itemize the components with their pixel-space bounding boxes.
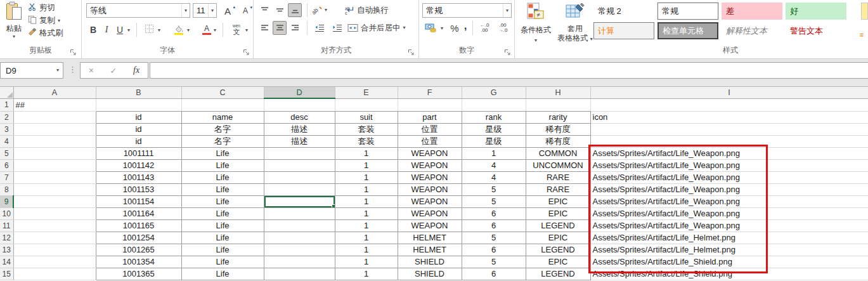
cell-B7[interactable]: 1001143 bbox=[96, 171, 181, 183]
row-header-4[interactable]: 4 bbox=[0, 135, 13, 147]
cell-F1[interactable] bbox=[398, 98, 462, 111]
cell-style-bad[interactable]: 差 bbox=[722, 3, 782, 20]
cell-I2[interactable]: icon bbox=[590, 111, 868, 123]
cell-style-normal[interactable]: 常规 bbox=[657, 3, 718, 20]
cell-C6[interactable]: Life bbox=[181, 159, 264, 171]
row-header-11[interactable]: 11 bbox=[0, 219, 13, 232]
cell-C15[interactable]: Life bbox=[181, 268, 264, 280]
number-format-caret-icon[interactable]: ▾ bbox=[503, 4, 511, 17]
cell-B6[interactable]: 1001142 bbox=[96, 159, 181, 171]
cell-C8[interactable]: Life bbox=[181, 183, 264, 195]
cell-E13[interactable]: 1 bbox=[335, 244, 398, 256]
cell-B11[interactable]: 1001165 bbox=[96, 219, 181, 232]
column-header-D[interactable]: D bbox=[264, 87, 335, 98]
format-painter-button[interactable]: 格式刷 bbox=[28, 28, 63, 39]
font-dialog-launcher[interactable] bbox=[243, 47, 250, 55]
cell-I10[interactable]: Assets/Sprites/Artifact/Life_Weapon.png bbox=[590, 207, 868, 219]
column-header-E[interactable]: E bbox=[335, 87, 398, 98]
cell-C11[interactable]: Life bbox=[181, 219, 264, 232]
cell-F9[interactable]: WEAPON bbox=[398, 195, 462, 207]
cell-F12[interactable]: HELMET bbox=[398, 232, 462, 244]
align-center-button[interactable] bbox=[273, 21, 287, 35]
accounting-format-button[interactable] bbox=[423, 21, 438, 35]
cell-C3[interactable]: 名字 bbox=[181, 123, 264, 135]
format-as-table-button[interactable]: 套用 表格格式 ▾ bbox=[555, 1, 595, 43]
cell-A1[interactable]: ## bbox=[13, 98, 96, 111]
cell-C9[interactable]: Life bbox=[181, 195, 264, 207]
align-middle-button[interactable] bbox=[273, 3, 287, 17]
cell-F5[interactable]: WEAPON bbox=[398, 147, 462, 159]
cell-G12[interactable]: 5 bbox=[462, 232, 526, 244]
cell-G8[interactable]: 5 bbox=[462, 183, 526, 195]
cell-H1[interactable] bbox=[526, 98, 590, 111]
borders-caret-icon[interactable]: ▾ bbox=[158, 28, 160, 33]
cell-A8[interactable] bbox=[13, 183, 96, 195]
cell-H8[interactable]: RARE bbox=[526, 183, 590, 195]
cell-A6[interactable] bbox=[13, 159, 96, 171]
comma-style-button[interactable]: , bbox=[461, 19, 470, 33]
cell-C7[interactable]: Life bbox=[181, 171, 264, 183]
decrease-indent-button[interactable] bbox=[312, 21, 327, 35]
formula-bar-resize-dots-icon[interactable]: ⋮ bbox=[68, 65, 77, 74]
clipboard-dialog-launcher[interactable] bbox=[70, 47, 77, 55]
cell-D12[interactable] bbox=[264, 232, 335, 244]
alignment-dialog-launcher[interactable] bbox=[408, 47, 415, 55]
cell-F6[interactable]: WEAPON bbox=[398, 159, 462, 171]
cell-C2[interactable]: name bbox=[181, 111, 264, 123]
cell-E14[interactable]: 1 bbox=[335, 256, 398, 268]
row-header-13[interactable]: 13 bbox=[0, 244, 13, 256]
cell-I14[interactable]: Assets/Sprites/Artifact/Life_Shield.png bbox=[590, 256, 868, 268]
cell-H15[interactable]: LEGEND bbox=[526, 268, 590, 280]
cell-G13[interactable]: 6 bbox=[462, 244, 526, 256]
cell-I9[interactable]: Assets/Sprites/Artifact/Life_Weapon.png bbox=[590, 195, 868, 207]
cell-B14[interactable]: 1001354 bbox=[96, 256, 181, 268]
cell-A5[interactable] bbox=[13, 147, 96, 159]
cell-G15[interactable]: 6 bbox=[462, 268, 526, 280]
cell-F4[interactable]: 位置 bbox=[398, 135, 462, 147]
fill-color-caret-icon[interactable]: ▾ bbox=[187, 28, 190, 33]
cell-C5[interactable]: Life bbox=[181, 147, 264, 159]
merge-center-caret-icon[interactable]: ▾ bbox=[403, 25, 406, 30]
merge-center-button[interactable]: 合并后居中 ▾ bbox=[347, 21, 406, 35]
cell-A10[interactable] bbox=[13, 207, 96, 219]
cell-D1[interactable] bbox=[264, 98, 335, 111]
cell-F3[interactable]: 位置 bbox=[398, 123, 462, 135]
cell-G3[interactable]: 星级 bbox=[462, 123, 526, 135]
number-format-combo[interactable]: 常规 ▾ bbox=[422, 3, 512, 18]
cell-style-good[interactable]: 好 bbox=[786, 3, 846, 20]
cell-C12[interactable]: Life bbox=[181, 232, 264, 244]
cell-I4[interactable] bbox=[590, 135, 868, 147]
cell-H4[interactable]: 稀有度 bbox=[526, 135, 590, 147]
cell-I12[interactable]: Assets/Sprites/Artifact/Life_Helmet.png bbox=[590, 232, 868, 244]
cell-G4[interactable]: 星级 bbox=[462, 135, 526, 147]
phonetic-caret-icon[interactable]: ▾ bbox=[245, 28, 248, 33]
cell-E8[interactable]: 1 bbox=[335, 183, 398, 195]
row-header-10[interactable]: 10 bbox=[0, 207, 13, 219]
cell-E9[interactable]: 1 bbox=[335, 195, 398, 207]
font-color-button[interactable]: A bbox=[200, 23, 214, 37]
cell-B1[interactable] bbox=[96, 98, 181, 111]
cell-B3[interactable]: id bbox=[96, 123, 181, 135]
cancel-icon[interactable]: × bbox=[89, 65, 94, 75]
cell-A14[interactable] bbox=[13, 256, 96, 268]
accounting-caret-icon[interactable]: ▾ bbox=[441, 26, 443, 31]
cell-I5[interactable]: Assets/Sprites/Artifact/Life_Weapon.png bbox=[590, 147, 868, 159]
cell-G5[interactable]: 1 bbox=[462, 147, 526, 159]
cell-H9[interactable]: EPIC bbox=[526, 195, 590, 207]
cell-I8[interactable]: Assets/Sprites/Artifact/Life_Weapon.png bbox=[590, 183, 868, 195]
shrink-font-button[interactable]: A▾ bbox=[238, 4, 253, 18]
phonetic-button[interactable]: wén 文 bbox=[229, 22, 244, 37]
cell-F14[interactable]: SHIELD bbox=[398, 256, 462, 268]
cell-D9[interactable] bbox=[264, 195, 335, 207]
cell-G6[interactable]: 4 bbox=[462, 159, 526, 171]
cell-D8[interactable] bbox=[264, 183, 335, 195]
paste-button[interactable]: 粘贴 ▾ bbox=[2, 1, 26, 42]
cell-A11[interactable] bbox=[13, 219, 96, 232]
row-header-1[interactable]: 1 bbox=[0, 98, 13, 111]
increase-indent-button[interactable] bbox=[330, 21, 345, 35]
name-box-caret-icon[interactable]: ▾ bbox=[53, 68, 63, 73]
column-header-C[interactable]: C bbox=[181, 87, 264, 98]
cell-C13[interactable]: Life bbox=[181, 244, 264, 256]
cell-I6[interactable]: Assets/Sprites/Artifact/Life_Weapon.png bbox=[590, 159, 868, 171]
cell-E12[interactable]: 1 bbox=[335, 232, 398, 244]
